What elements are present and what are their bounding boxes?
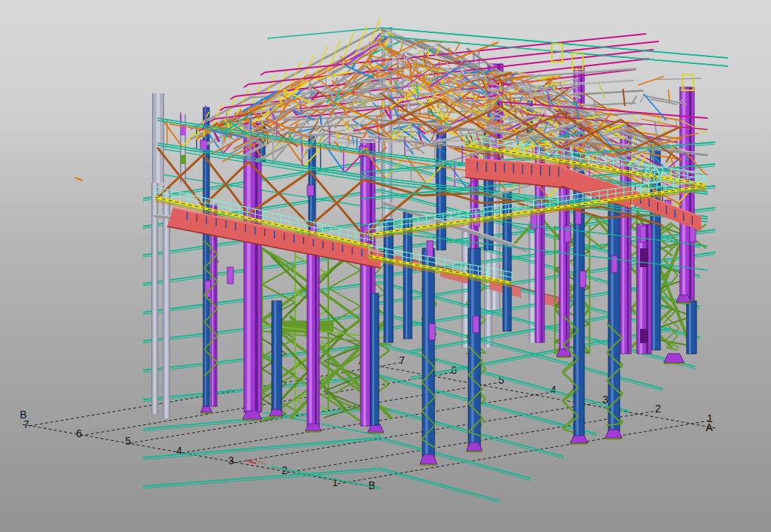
svg-text:2: 2 [282,464,288,476]
svg-text:A: A [705,421,713,433]
svg-text:5: 5 [125,435,131,447]
svg-text:2: 2 [655,403,661,415]
svg-text:6: 6 [76,427,82,439]
svg-text:3: 3 [228,454,234,467]
svg-text:B: B [368,479,375,491]
svg-text:1: 1 [332,476,338,488]
svg-text:7: 7 [399,354,405,366]
svg-text:7: 7 [23,418,29,430]
